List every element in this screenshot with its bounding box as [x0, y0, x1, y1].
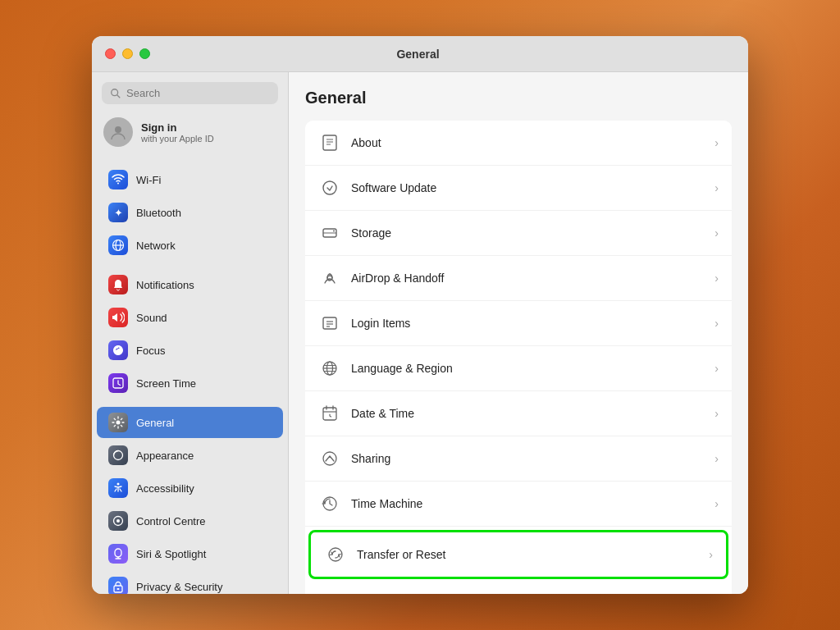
svg-line-1	[117, 94, 121, 98]
search-box[interactable]	[102, 82, 278, 104]
svg-point-0	[112, 89, 118, 95]
sidebar-item-label: Sound	[136, 312, 167, 324]
notifications-icon	[108, 275, 128, 294]
page-title: General	[305, 89, 732, 107]
transfer-reset-row[interactable]: Transfer or Reset ›	[308, 530, 728, 579]
sharing-row[interactable]: Sharing ›	[305, 436, 732, 482]
sharing-icon	[318, 447, 341, 470]
date-time-row[interactable]: Date & Time ›	[305, 391, 732, 436]
sidebar-item-focus[interactable]: Focus	[97, 335, 283, 366]
sidebar-item-label: Screen Time	[136, 377, 196, 390]
svg-point-10	[117, 483, 120, 486]
sidebar-item-bluetooth[interactable]: ✦ Bluetooth	[97, 197, 283, 228]
login-items-label: Login Items	[351, 317, 705, 330]
svg-point-2	[115, 126, 121, 133]
settings-group: About › Software Update ›	[305, 121, 732, 594]
svg-point-25	[333, 231, 335, 232]
svg-point-12	[116, 519, 120, 523]
language-region-row[interactable]: Language & Region ›	[305, 346, 732, 391]
chevron-icon: ›	[714, 136, 719, 149]
sidebar-item-wifi[interactable]: Wi-Fi	[97, 164, 283, 195]
sidebar-item-screentime[interactable]: Screen Time	[97, 368, 283, 399]
software-update-row[interactable]: Software Update ›	[305, 166, 732, 211]
system-preferences-window: General	[92, 36, 748, 594]
sidebar-item-privacy[interactable]: Privacy & Security	[97, 571, 283, 594]
search-icon	[110, 88, 121, 99]
chevron-icon: ›	[714, 407, 719, 420]
sidebar-item-label: Accessibility	[136, 482, 194, 495]
svg-point-38	[323, 452, 336, 465]
chevron-icon: ›	[714, 497, 719, 510]
airdrop-icon	[318, 267, 341, 290]
general-icon	[108, 413, 128, 432]
time-machine-row[interactable]: Time Machine ›	[305, 482, 732, 527]
wifi-icon	[108, 170, 128, 189]
storage-icon	[318, 221, 341, 244]
sidebar-item-sound[interactable]: Sound	[97, 302, 283, 333]
time-machine-label: Time Machine	[351, 497, 705, 510]
sidebar-item-accessibility[interactable]: Accessibility	[97, 472, 283, 504]
language-region-icon	[318, 357, 341, 380]
focus-icon	[108, 340, 128, 360]
transfer-reset-label: Transfer or Reset	[357, 548, 699, 561]
chevron-icon: ›	[709, 548, 713, 561]
minimize-button[interactable]	[122, 48, 133, 59]
startup-disk-icon	[318, 593, 341, 594]
chevron-icon: ›	[714, 226, 719, 240]
sidebar: Sign in with your Apple ID Wi-Fi	[92, 72, 289, 594]
storage-row[interactable]: Storage ›	[305, 211, 732, 256]
sidebar-item-network[interactable]: Network	[97, 230, 283, 261]
sound-icon	[108, 308, 128, 327]
about-row[interactable]: About ›	[305, 121, 732, 166]
sidebar-item-label: Control Centre	[136, 515, 206, 527]
maximize-button[interactable]	[139, 48, 150, 59]
signin-text: Sign in with your Apple ID	[141, 121, 214, 144]
sidebar-item-siri[interactable]: Siri & Spotlight	[97, 538, 283, 569]
date-time-icon	[318, 402, 341, 425]
sidebar-item-label: Wi-Fi	[136, 174, 161, 186]
sidebar-item-label: General	[136, 417, 174, 429]
svg-rect-27	[323, 317, 336, 329]
appearance-icon	[108, 445, 128, 465]
main-content: General About ›	[289, 72, 748, 594]
svg-rect-13	[115, 549, 121, 557]
svg-point-3	[117, 183, 119, 185]
sidebar-item-controlcentre[interactable]: Control Centre	[97, 505, 283, 536]
about-label: About	[351, 136, 705, 149]
language-region-label: Language & Region	[351, 362, 705, 375]
sidebar-item-label: Bluetooth	[136, 207, 181, 219]
close-button[interactable]	[105, 48, 116, 59]
content-area: Sign in with your Apple ID Wi-Fi	[92, 72, 748, 594]
sidebar-item-general[interactable]: General	[97, 407, 283, 438]
transfer-reset-icon	[324, 543, 347, 566]
login-items-row[interactable]: Login Items ›	[305, 301, 732, 346]
software-update-icon	[318, 176, 341, 199]
signin-subtitle: with your Apple ID	[141, 134, 214, 144]
login-items-icon	[318, 312, 341, 335]
sidebar-item-label: Focus	[136, 345, 165, 357]
airdrop-label: AirDrop & Handoff	[351, 272, 705, 285]
sidebar-item-label: Appearance	[136, 450, 194, 462]
time-machine-icon	[318, 492, 341, 515]
window-title: General	[150, 48, 686, 61]
sidebar-item-appearance[interactable]: Appearance	[97, 440, 283, 471]
chevron-icon: ›	[714, 317, 719, 330]
signin-title: Sign in	[141, 121, 214, 134]
sharing-label: Sharing	[351, 452, 705, 465]
sidebar-item-notifications[interactable]: Notifications	[97, 269, 283, 300]
airdrop-row[interactable]: AirDrop & Handoff ›	[305, 256, 732, 301]
sidebar-item-label: Privacy & Security	[136, 581, 222, 593]
chevron-icon: ›	[714, 362, 719, 375]
sidebar-item-label: Notifications	[136, 279, 194, 291]
startup-disk-row[interactable]: Startup Disk ›	[305, 582, 732, 594]
storage-label: Storage	[351, 226, 705, 240]
signin-item[interactable]: Sign in with your Apple ID	[92, 111, 288, 153]
avatar	[103, 117, 133, 147]
svg-rect-18	[323, 135, 336, 150]
network-icon	[108, 235, 128, 255]
privacy-icon	[108, 577, 128, 594]
search-input[interactable]	[126, 87, 270, 99]
chevron-icon: ›	[714, 272, 719, 285]
sidebar-item-label: Network	[136, 240, 176, 252]
software-update-label: Software Update	[351, 181, 705, 194]
